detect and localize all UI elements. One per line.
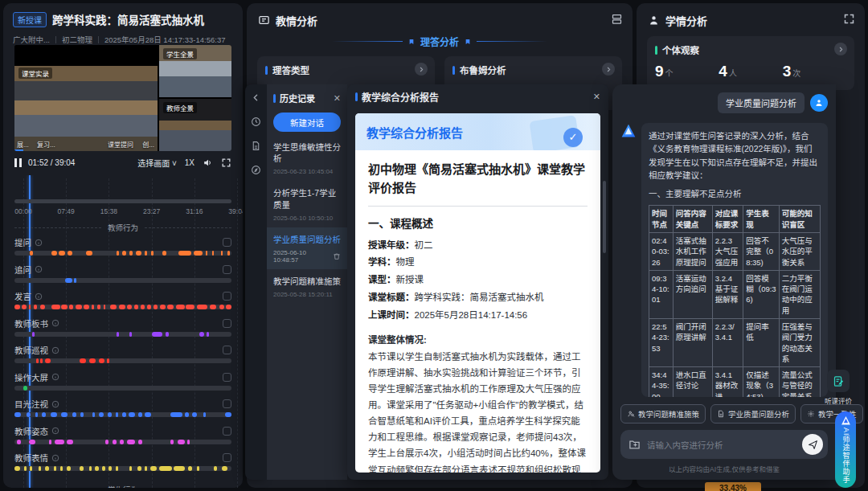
table-cell: 进水口直径讨论 bbox=[673, 367, 712, 397]
chevron-right-icon[interactable] bbox=[415, 63, 428, 76]
event-segment bbox=[150, 466, 157, 471]
event-segment bbox=[105, 440, 108, 444]
insight-compass-icon[interactable] bbox=[251, 165, 261, 175]
chevron-right-icon[interactable] bbox=[834, 43, 847, 55]
video-progress-bar[interactable] bbox=[14, 149, 23, 151]
video-chapter-marker[interactable]: 展... bbox=[17, 140, 29, 149]
video-chapter-marker[interactable]: 复习... bbox=[37, 140, 55, 149]
track-bar[interactable] bbox=[14, 412, 231, 417]
video-chapter-marker[interactable]: 课堂提问 bbox=[108, 140, 133, 149]
attach-folder-icon[interactable] bbox=[628, 439, 641, 451]
event-segment bbox=[197, 466, 199, 471]
info-icon bbox=[51, 346, 59, 354]
event-segment bbox=[187, 440, 190, 444]
track-bar[interactable] bbox=[14, 440, 231, 444]
class-evaluation-button[interactable]: 听课评价 bbox=[820, 370, 857, 405]
track-bar[interactable] bbox=[14, 466, 231, 471]
track-checkbox[interactable] bbox=[223, 265, 231, 274]
table-cell: 流量公式与管径的定量关系 bbox=[779, 367, 820, 397]
track-checkbox[interactable] bbox=[223, 427, 231, 436]
history-item-title: 教学问题精准施策 bbox=[273, 276, 341, 287]
history-item[interactable]: 分析学生1-7学业质量2025-06-10 10:50:10 bbox=[267, 181, 347, 227]
info-icon bbox=[51, 373, 59, 381]
video-students-view[interactable]: 学生全景 bbox=[159, 45, 231, 97]
collapse-icon[interactable] bbox=[251, 92, 261, 103]
behavior-timeline[interactable]: 00:0007:4915:3823:2731:1639:04 教师行为 提问追问… bbox=[3, 175, 243, 488]
history-icon[interactable] bbox=[251, 117, 261, 127]
track-checkbox[interactable] bbox=[223, 292, 231, 301]
suggestion-chip[interactable]: 教学问题精准施策 bbox=[620, 404, 706, 423]
event-segment bbox=[29, 305, 31, 309]
video-chapter-marker[interactable]: 创... bbox=[142, 140, 154, 149]
report-scrollbar[interactable] bbox=[603, 181, 606, 253]
timeline-track-发言: 发言 bbox=[3, 290, 243, 317]
timeline-seekbar[interactable] bbox=[14, 199, 231, 203]
volume-icon[interactable] bbox=[203, 158, 213, 168]
video-teacher-view[interactable]: 教师全景 bbox=[159, 99, 231, 151]
lesson-panel: 新授课 跨学科实践：简易活塞式抽水机 广大附中... 初二物理 2025年05月… bbox=[3, 3, 243, 488]
suggestion-chip[interactable]: 学业质量问题分析 bbox=[710, 404, 796, 423]
event-segment bbox=[76, 305, 82, 309]
event-segment bbox=[134, 305, 138, 309]
event-segment bbox=[203, 412, 206, 417]
send-button[interactable] bbox=[802, 434, 823, 455]
history-close-icon[interactable]: ✕ bbox=[334, 94, 341, 103]
video-teacher-label: 教师全景 bbox=[163, 102, 197, 113]
table-cell: 回答模糊（09:36) bbox=[743, 270, 780, 318]
track-bar[interactable] bbox=[14, 278, 231, 283]
video-fullscreen-icon[interactable] bbox=[221, 158, 231, 168]
report-close-icon[interactable]: ✕ bbox=[593, 92, 600, 101]
event-segment bbox=[138, 440, 142, 444]
track-checkbox[interactable] bbox=[223, 319, 231, 328]
layout-grid-icon[interactable] bbox=[611, 13, 623, 25]
event-segment bbox=[145, 251, 147, 256]
track-bar[interactable] bbox=[14, 358, 231, 363]
tab-lida-analysis[interactable]: 理答分析 bbox=[247, 35, 633, 48]
chevron-right-icon[interactable] bbox=[602, 63, 615, 76]
track-bar[interactable] bbox=[14, 251, 231, 256]
info-icon bbox=[51, 319, 59, 327]
video-player[interactable]: 课堂实录 展...复习...课堂提问创... 学生全景 教师全景 bbox=[14, 45, 231, 151]
history-item[interactable]: 教学问题精准施策2025-05-28 15:20:11 bbox=[267, 269, 347, 304]
track-checkbox[interactable] bbox=[223, 373, 231, 382]
report-doc-icon[interactable] bbox=[251, 141, 261, 151]
track-bar[interactable] bbox=[14, 305, 231, 309]
event-segment bbox=[68, 251, 72, 256]
event-segment bbox=[170, 440, 173, 444]
track-name: 提问 bbox=[14, 236, 31, 248]
ai-assistant-button[interactable]: AI师途智伴助手 bbox=[835, 411, 856, 488]
track-bar[interactable] bbox=[14, 386, 231, 391]
table-header: 学生表现 bbox=[743, 206, 780, 233]
history-item[interactable]: 学生思维敏捷性分析2025-06-23 10:45:04 bbox=[267, 135, 347, 181]
event-segment bbox=[214, 466, 216, 471]
video-main-label: 课堂实录 bbox=[18, 68, 52, 79]
event-segment bbox=[178, 251, 191, 256]
lesson-meta: 广大附中... 初二物理 2025年05月28日 14:17:33-14:56:… bbox=[3, 27, 243, 45]
track-checkbox[interactable] bbox=[223, 453, 231, 462]
card-个体观察[interactable]: 个体观察9个4人3次 bbox=[647, 36, 854, 90]
evaluation-doc-pencil-icon bbox=[827, 370, 850, 392]
pause-button[interactable] bbox=[14, 158, 22, 167]
select-view-dropdown[interactable]: 选择画面 ˅ bbox=[137, 157, 177, 169]
new-chat-button[interactable]: 新建对话 bbox=[273, 113, 341, 132]
track-checkbox[interactable] bbox=[223, 238, 231, 247]
card-title-text: 布鲁姆分析 bbox=[460, 63, 506, 76]
panel-fullscreen-icon[interactable] bbox=[843, 13, 855, 25]
report-document[interactable]: ✓ 教学综合分析报告 初中物理《简易活塞式抽水机》课堂教学评价报告 一、课程概述… bbox=[355, 113, 600, 473]
playback-speed-button[interactable]: 1X bbox=[185, 158, 194, 167]
history-item[interactable]: 学业质量问题分析2025-06-10 10:48:57 bbox=[267, 227, 347, 269]
event-segment bbox=[166, 332, 169, 337]
trash-icon[interactable] bbox=[333, 252, 341, 260]
video-main-view[interactable]: 课堂实录 展...复习...课堂提问创... bbox=[14, 45, 158, 151]
track-checkbox[interactable] bbox=[223, 399, 231, 408]
track-checkbox[interactable] bbox=[223, 346, 231, 354]
track-label: 教师板书 bbox=[14, 317, 231, 329]
teacher-behavior-section: 教师行为 bbox=[14, 222, 231, 233]
timeline-track-教师表情: 教师表情 bbox=[3, 452, 243, 479]
event-segment bbox=[117, 251, 119, 256]
track-bar[interactable] bbox=[14, 332, 231, 337]
timeline-tick-label: 39:04 bbox=[228, 207, 243, 215]
table-row: 34:44-35:00进水口直径讨论3.4.1 器材改进仅描述现象（34:53)… bbox=[649, 367, 821, 397]
chat-input[interactable]: 请输入内容进行分析 bbox=[620, 430, 828, 459]
chip-icon bbox=[717, 410, 725, 418]
